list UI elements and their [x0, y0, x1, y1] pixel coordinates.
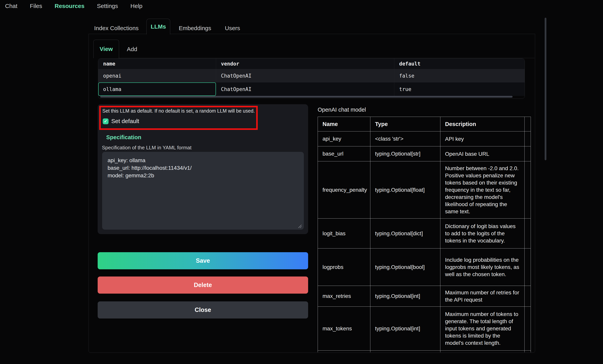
param-name: logit_bias	[318, 218, 370, 249]
table-row-selected[interactable]: ollama ChatOpenAI true	[98, 82, 525, 96]
param-type	[370, 351, 441, 353]
subtab-view[interactable]: View	[93, 40, 119, 58]
tab-llms-label: LLMs	[151, 23, 166, 30]
nav-item-files[interactable]: Files	[30, 3, 42, 9]
param-description	[441, 351, 525, 353]
gutter-cell	[525, 249, 531, 286]
llm-table-header-row: name vendor default	[98, 58, 525, 69]
llm-row-openai-vendor[interactable]: ChatOpenAI	[216, 69, 394, 82]
table-row: max_retries typing.Optional[int] Maximum…	[318, 286, 531, 307]
table-row: frequency_penalty typing.Optional[float]…	[318, 161, 531, 218]
param-type: typing.Optional[str]	[370, 147, 441, 161]
llm-row-openai-name[interactable]: openai	[98, 69, 216, 82]
params-col-type: Type	[370, 117, 441, 131]
gutter-cell	[525, 147, 531, 161]
llm-row-ollama-default[interactable]: true	[394, 82, 525, 96]
tab-users[interactable]: Users	[225, 25, 240, 32]
param-type: typing.Optional[int]	[370, 307, 441, 351]
params-panel-title: OpenAI chat model	[318, 107, 366, 113]
nav-item-settings[interactable]: Settings	[97, 3, 118, 9]
llm-col-header-name: name	[98, 58, 216, 69]
llm-col-header-default: default	[394, 58, 525, 69]
param-name: logprobs	[318, 249, 370, 286]
specification-heading: Specification	[106, 134, 141, 141]
param-description: API key	[441, 131, 525, 147]
table-row: logit_bias typing.Optional[dict] Diction…	[318, 218, 531, 249]
param-type: typing.Optional[dict]	[370, 218, 441, 249]
yaml-specification-input[interactable]: api_key: ollama base_url: http://localho…	[102, 152, 304, 230]
save-button[interactable]: Save	[98, 252, 308, 269]
params-col-description: Description	[441, 117, 525, 131]
table-row: logprobs typing.Optional[bool] Include l…	[318, 249, 531, 286]
param-name: max_retries	[318, 286, 370, 307]
nav-item-resources[interactable]: Resources	[55, 3, 84, 9]
param-description: Include log probabilities on the logprob…	[441, 249, 525, 286]
param-description: Number between -2.0 and 2.0. Positive va…	[441, 161, 525, 218]
llm-row-openai-default[interactable]: false	[394, 69, 525, 82]
tab-index-collections[interactable]: Index Collections	[94, 25, 139, 32]
param-name	[318, 351, 370, 353]
param-name: base_url	[318, 147, 370, 161]
param-type: <class 'str'>	[370, 131, 441, 147]
param-description: OpenAI base URL	[441, 147, 525, 161]
param-description: Maximum number of retries for the API re…	[441, 286, 525, 307]
gutter-cell	[525, 307, 531, 351]
params-table-wrapper: Name Type Description api_key <class 'st…	[318, 117, 532, 352]
specification-help-text: Specification of the LLM in YAML format	[102, 145, 192, 151]
params-col-gutter	[525, 117, 531, 131]
table-row[interactable]: openai ChatOpenAI false	[98, 69, 525, 82]
subtab-view-label: View	[100, 46, 113, 52]
tab-llms[interactable]: LLMs	[147, 19, 170, 34]
params-col-name: Name	[318, 117, 370, 131]
params-table: Name Type Description api_key <class 'st…	[318, 117, 531, 352]
close-button[interactable]: Close	[98, 301, 308, 318]
gutter-cell	[525, 131, 531, 147]
gutter-cell	[525, 286, 531, 307]
table-row: base_url typing.Optional[str] OpenAI bas…	[318, 147, 531, 161]
annotation-red-box	[99, 106, 258, 130]
param-name: frequency_penalty	[318, 161, 370, 218]
param-description: Maximum number of tokens to generate. Th…	[441, 307, 525, 351]
llm-row-ollama-name[interactable]: ollama	[98, 82, 216, 96]
delete-button[interactable]: Delete	[98, 276, 308, 294]
nav-item-help[interactable]: Help	[130, 3, 143, 9]
table-row-clipped	[318, 351, 531, 353]
gutter-cell	[525, 161, 531, 218]
param-name: max_tokens	[318, 307, 370, 351]
llm-list-table: name vendor default openai ChatOpenAI fa…	[98, 58, 525, 99]
table-row: api_key <class 'str'> API key	[318, 131, 531, 147]
subtab-divider	[118, 58, 534, 58]
gutter-cell	[525, 351, 531, 353]
param-type: typing.Optional[int]	[370, 286, 441, 307]
vertical-scrollbar-thumb[interactable]	[545, 18, 546, 160]
nav-item-chat[interactable]: Chat	[5, 3, 17, 9]
subtab-add[interactable]: Add	[127, 46, 137, 53]
gutter-cell	[525, 218, 531, 249]
params-header-row: Name Type Description	[318, 117, 531, 131]
table-row: max_tokens typing.Optional[int] Maximum …	[318, 307, 531, 351]
tab-embeddings[interactable]: Embeddings	[179, 25, 211, 32]
textarea-resize-handle-icon[interactable]	[297, 224, 302, 228]
llm-col-header-vendor: vendor	[216, 58, 394, 69]
param-description: Dictionary of logit bias values to add t…	[441, 218, 525, 249]
param-type: typing.Optional[float]	[370, 161, 441, 218]
app-window: Chat Files Resources Settings Help Index…	[0, 0, 603, 364]
llm-row-ollama-vendor[interactable]: ChatOpenAI	[216, 82, 394, 96]
top-nav: Chat Files Resources Settings Help	[5, 3, 142, 9]
param-type: typing.Optional[bool]	[370, 249, 441, 286]
horizontal-scrollbar[interactable]	[100, 96, 512, 98]
param-name: api_key	[318, 131, 370, 147]
